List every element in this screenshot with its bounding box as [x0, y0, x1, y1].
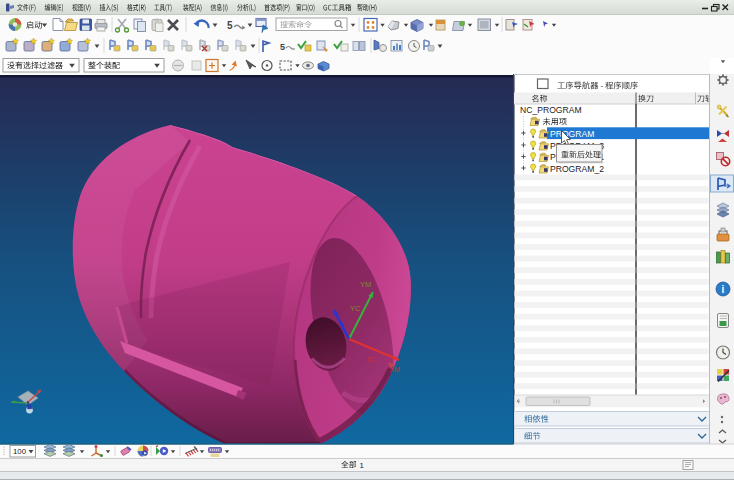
svg-text:1: 1 — [360, 461, 364, 470]
svg-text:XM: XM — [390, 366, 400, 373]
svg-text:YM: YM — [360, 280, 371, 289]
svg-text:NC_PROGRAM: NC_PROGRAM — [520, 105, 582, 115]
svg-text:XC: XC — [367, 356, 377, 363]
svg-text:5: 5 — [227, 20, 233, 31]
svg-text:5: 5 — [280, 42, 285, 52]
svg-text:PROGRAM_2: PROGRAM_2 — [550, 164, 604, 174]
svg-text:100: 100 — [13, 447, 27, 456]
svg-text:PROGRAM: PROGRAM — [550, 129, 594, 139]
svg-text:YC: YC — [350, 304, 361, 313]
svg-text:i: i — [722, 284, 725, 295]
